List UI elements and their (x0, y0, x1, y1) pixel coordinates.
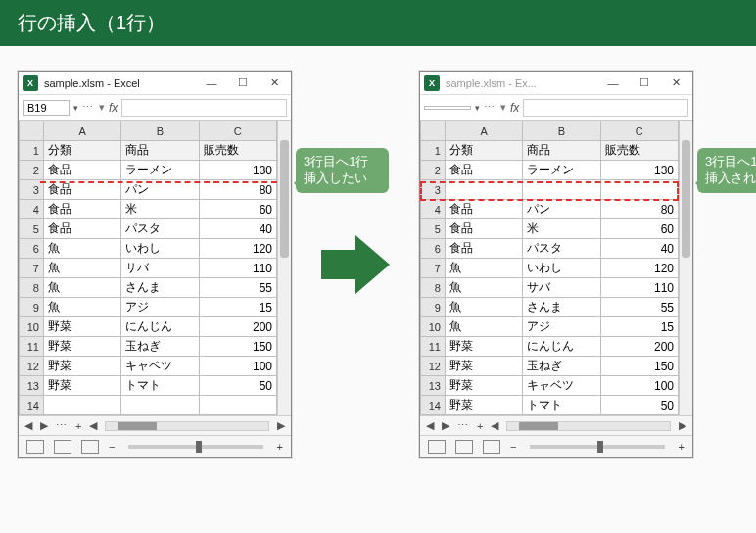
row-header[interactable]: 6 (20, 239, 44, 259)
cell[interactable]: 200 (600, 337, 678, 357)
row-header[interactable]: 8 (421, 278, 446, 298)
select-all-cell[interactable] (20, 121, 44, 141)
cell[interactable]: さんま (121, 278, 199, 298)
cell[interactable]: 魚 (43, 239, 120, 259)
cell[interactable]: 15 (199, 298, 276, 317)
column-header[interactable]: B (121, 121, 199, 141)
prev-sheet-icon[interactable]: ◀ (24, 419, 32, 432)
cell[interactable]: 玉ねぎ (121, 337, 199, 357)
row-header[interactable]: 8 (20, 278, 44, 298)
spreadsheet-grid[interactable]: ABC1分類商品販売数2食品ラーメン1303食品パン804食品米605食品パスタ… (19, 121, 277, 415)
row-header[interactable]: 12 (421, 357, 446, 376)
row-header[interactable]: 14 (20, 396, 44, 415)
view-pagebreak-icon[interactable] (483, 440, 500, 454)
cell[interactable]: 100 (600, 376, 678, 396)
cell[interactable]: 55 (600, 298, 678, 317)
cell[interactable]: 魚 (445, 317, 522, 337)
cell[interactable]: 110 (600, 278, 678, 298)
titlebar[interactable]: X sample.xlsm - Excel — ☐ ✕ (19, 72, 291, 95)
row-header[interactable]: 13 (421, 376, 446, 396)
view-normal-icon[interactable] (26, 440, 44, 454)
cell[interactable]: 魚 (43, 298, 120, 317)
name-box[interactable]: B19 (23, 100, 70, 116)
row-header[interactable]: 1 (20, 141, 44, 161)
ellipsis-icon[interactable]: ⋯ (484, 101, 495, 114)
cell[interactable]: ラーメン (121, 161, 199, 180)
row-header[interactable]: 13 (20, 376, 44, 396)
cell[interactable]: サバ (121, 259, 199, 278)
cell[interactable]: 60 (199, 200, 276, 219)
row-header[interactable]: 3 (20, 180, 44, 200)
cell[interactable]: 食品 (43, 180, 120, 200)
cell[interactable] (600, 180, 678, 200)
cell[interactable]: 食品 (43, 219, 120, 239)
cell[interactable]: 魚 (43, 278, 120, 298)
zoom-in-icon[interactable]: + (277, 441, 283, 453)
name-box[interactable] (424, 106, 471, 110)
zoom-slider[interactable] (530, 445, 664, 449)
namebox-dropdown-icon[interactable]: ▾ (475, 103, 480, 113)
chevron-down-icon[interactable]: ▾ (99, 101, 105, 114)
cell[interactable]: 米 (523, 219, 600, 239)
cell[interactable]: 野菜 (43, 376, 120, 396)
fx-icon[interactable]: fx (510, 101, 519, 115)
scrollbar-thumb[interactable] (280, 140, 289, 258)
row-header[interactable]: 11 (20, 337, 44, 357)
cell[interactable]: 120 (199, 239, 276, 259)
column-header[interactable]: C (600, 121, 678, 141)
cell[interactable]: 分類 (445, 141, 522, 161)
zoom-out-icon[interactable]: − (109, 441, 115, 453)
horizontal-scrollbar[interactable] (105, 421, 269, 431)
row-header[interactable]: 10 (20, 317, 44, 337)
cell[interactable]: 食品 (445, 161, 522, 180)
row-header[interactable]: 7 (20, 259, 44, 278)
namebox-dropdown-icon[interactable]: ▾ (73, 103, 78, 113)
spreadsheet-grid[interactable]: ABC1分類商品販売数2食品ラーメン13034食品パン805食品米606食品パス… (420, 121, 679, 415)
cell[interactable]: パン (121, 180, 199, 200)
row-header[interactable]: 2 (421, 161, 446, 180)
cell[interactable]: キャベツ (121, 357, 199, 376)
cell[interactable]: 55 (199, 278, 276, 298)
next-sheet-icon[interactable]: ▶ (40, 419, 48, 432)
cell[interactable] (121, 396, 199, 415)
cell[interactable]: 110 (199, 259, 276, 278)
cell[interactable]: 120 (600, 259, 678, 278)
cell[interactable]: 野菜 (43, 337, 120, 357)
cell[interactable]: 野菜 (445, 357, 522, 376)
vertical-scrollbar[interactable] (277, 121, 291, 415)
cell[interactable]: 魚 (445, 259, 522, 278)
cell[interactable]: 魚 (43, 259, 120, 278)
row-header[interactable]: 12 (20, 357, 44, 376)
formula-bar[interactable] (121, 99, 287, 117)
hscroll-right-icon[interactable]: ▶ (679, 419, 686, 432)
row-header[interactable]: 3 (421, 180, 446, 200)
cell[interactable]: 食品 (445, 239, 522, 259)
cell[interactable]: 80 (199, 180, 276, 200)
cell[interactable]: 玉ねぎ (523, 357, 600, 376)
cell[interactable]: 15 (600, 317, 678, 337)
close-button[interactable]: ✕ (663, 74, 688, 92)
cell[interactable]: 食品 (445, 219, 522, 239)
cell[interactable]: にんじん (523, 337, 600, 357)
row-header[interactable]: 10 (421, 317, 446, 337)
row-header[interactable]: 4 (421, 200, 446, 219)
row-header[interactable]: 14 (421, 396, 446, 415)
cell[interactable]: にんじん (121, 317, 199, 337)
hscroll-right-icon[interactable]: ▶ (277, 419, 285, 432)
maximize-button[interactable]: ☐ (632, 74, 657, 92)
cell[interactable]: 野菜 (43, 317, 120, 337)
hscroll-thumb[interactable] (519, 422, 558, 430)
cell[interactable] (523, 180, 600, 200)
row-header[interactable]: 4 (20, 200, 44, 219)
cell[interactable]: 80 (600, 200, 678, 219)
cell[interactable] (445, 180, 522, 200)
ellipsis-icon[interactable]: ⋯ (82, 101, 93, 114)
minimize-button[interactable]: — (600, 74, 626, 92)
cell[interactable]: 魚 (445, 278, 522, 298)
cell[interactable]: 野菜 (445, 376, 522, 396)
cell[interactable]: 食品 (445, 200, 522, 219)
cell[interactable]: トマト (523, 396, 600, 415)
next-sheet-icon[interactable]: ▶ (442, 419, 449, 432)
row-header[interactable]: 5 (20, 219, 44, 239)
row-header[interactable]: 7 (421, 259, 446, 278)
